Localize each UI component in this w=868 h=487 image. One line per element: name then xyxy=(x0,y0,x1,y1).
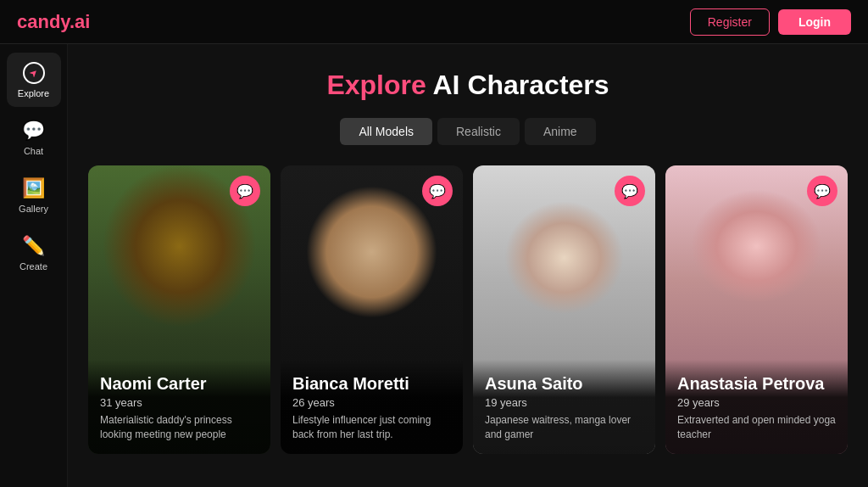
character-name: Anastasia Petrova xyxy=(677,373,836,394)
character-card[interactable]: 💬 Bianca Moretti 26 years Lifestyle infl… xyxy=(281,165,463,454)
filter-all-models[interactable]: All Models xyxy=(340,118,432,145)
chat-bubble-button[interactable]: 💬 xyxy=(422,176,453,206)
character-card[interactable]: 💬 Asuna Saito 19 years Japanese waitress… xyxy=(473,165,655,454)
character-name: Naomi Carter xyxy=(100,373,259,394)
chat-bubble-icon: 💬 xyxy=(621,183,638,199)
card-info: Anastasia Petrova 29 years Extraverted a… xyxy=(665,360,848,454)
character-description: Extraverted and open minded yoga teacher xyxy=(677,413,836,442)
character-age: 26 years xyxy=(292,396,451,409)
header-buttons: Register Login xyxy=(690,8,851,36)
login-button[interactable]: Login xyxy=(778,9,851,35)
chat-icon: 💬 xyxy=(22,119,46,143)
sidebar-label-chat: Chat xyxy=(24,146,43,156)
sidebar-item-chat[interactable]: 💬 Chat xyxy=(7,110,61,165)
gallery-icon: 🖼️ xyxy=(22,176,46,200)
title-highlight: Explore xyxy=(326,70,426,100)
character-name: Asuna Saito xyxy=(485,373,643,394)
sidebar-item-gallery[interactable]: 🖼️ Gallery xyxy=(7,168,61,222)
create-icon: ✏️ xyxy=(22,234,46,258)
chat-bubble-icon: 💬 xyxy=(236,183,253,199)
characters-grid: 💬 Naomi Carter 31 years Materialistic da… xyxy=(88,165,848,454)
main-layout: Explore 💬 Chat 🖼️ Gallery ✏️ Create Expl… xyxy=(0,44,868,487)
sidebar-label-gallery: Gallery xyxy=(19,204,48,214)
card-info: Naomi Carter 31 years Materialistic dadd… xyxy=(88,360,270,454)
sidebar-item-create[interactable]: ✏️ Create xyxy=(7,226,61,280)
chat-bubble-icon: 💬 xyxy=(814,183,831,199)
card-info: Asuna Saito 19 years Japanese waitress, … xyxy=(473,360,655,454)
character-description: Materialistic daddy's princess looking m… xyxy=(100,413,259,442)
chat-bubble-icon: 💬 xyxy=(429,183,446,199)
filter-tabs: All Models Realistic Anime xyxy=(88,118,848,145)
filter-realistic[interactable]: Realistic xyxy=(437,118,520,145)
character-age: 29 years xyxy=(677,396,836,409)
card-info: Bianca Moretti 26 years Lifestyle influe… xyxy=(281,360,463,454)
character-card[interactable]: 💬 Naomi Carter 31 years Materialistic da… xyxy=(88,165,270,454)
header: candy.ai Register Login xyxy=(0,0,868,44)
chat-bubble-button[interactable]: 💬 xyxy=(807,176,837,206)
character-card[interactable]: 💬 Anastasia Petrova 29 years Extraverted… xyxy=(665,165,848,454)
character-age: 31 years xyxy=(100,396,259,409)
character-name: Bianca Moretti xyxy=(292,373,451,394)
register-button[interactable]: Register xyxy=(690,8,770,36)
page-title: Explore AI Characters xyxy=(88,70,848,101)
character-age: 19 years xyxy=(485,396,643,409)
chat-bubble-button[interactable]: 💬 xyxy=(615,176,645,206)
sidebar-label-create: Create xyxy=(19,261,47,271)
title-rest: AI Characters xyxy=(426,70,609,100)
logo: candy.ai xyxy=(17,11,90,33)
compass-icon xyxy=(22,61,46,85)
sidebar: Explore 💬 Chat 🖼️ Gallery ✏️ Create xyxy=(0,44,68,487)
content-area: Explore AI Characters All Models Realist… xyxy=(68,44,868,487)
character-description: Japanese waitress, manga lover and gamer xyxy=(485,413,643,442)
filter-anime[interactable]: Anime xyxy=(525,118,596,145)
character-description: Lifestyle influencer just coming back fr… xyxy=(292,413,451,442)
logo-text: candy xyxy=(17,11,70,32)
sidebar-label-explore: Explore xyxy=(18,88,49,98)
chat-bubble-button[interactable]: 💬 xyxy=(230,176,260,206)
logo-highlight: .ai xyxy=(70,11,90,32)
sidebar-item-explore[interactable]: Explore xyxy=(7,53,61,107)
